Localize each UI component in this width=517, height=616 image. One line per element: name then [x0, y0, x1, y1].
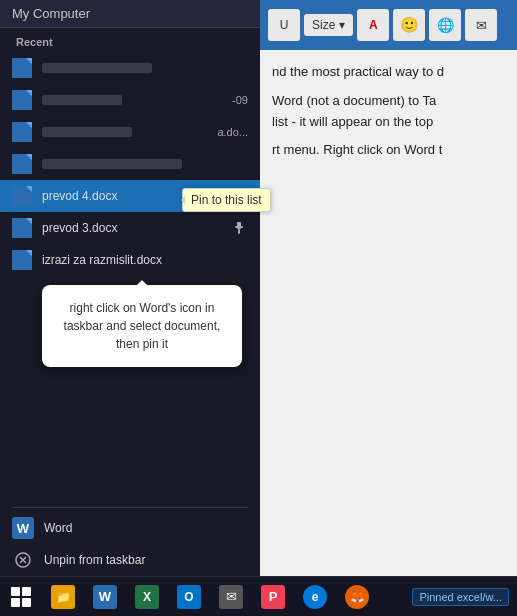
recent-section-header: Recent: [0, 28, 260, 52]
recent-item-4[interactable]: [0, 148, 260, 180]
file-icon-pinned-2: [12, 218, 32, 238]
pin-tooltip-text: Pin to this list: [191, 193, 262, 207]
blurred-text-4: [42, 159, 182, 169]
taskbar-pocket-icon: P: [261, 585, 285, 609]
taskbar-notification: Pinned excel/w...: [412, 588, 517, 606]
taskbar-edge-icon: e: [303, 585, 327, 609]
recent-item-3[interactable]: a.do...: [0, 116, 260, 148]
bottom-section: W Word Unpin from taskbar: [0, 503, 260, 576]
tooltip-balloon: right click on Word's icon in taskbar an…: [42, 285, 242, 367]
file-explorer-icon: 📁: [51, 585, 75, 609]
toolbar-email[interactable]: ✉: [465, 9, 497, 41]
pin-icon[interactable]: [230, 219, 248, 237]
taskbar-outlook-button[interactable]: O: [168, 577, 210, 617]
item-label-blurred-2: [42, 95, 222, 105]
file-icon-2: [12, 90, 32, 110]
jump-list-panel: My Computer Recent -09 a.do... prevod 4: [0, 0, 260, 576]
title-text: My Computer: [12, 6, 90, 21]
svg-rect-2: [238, 229, 240, 234]
file-icon-pinned-1: [12, 186, 32, 206]
chevron-down-icon: ▾: [339, 18, 345, 32]
doc-line-1: nd the most practical way to d: [272, 62, 505, 83]
unpin-icon: [12, 549, 34, 571]
file-icon-pinned-3: [12, 250, 32, 270]
item-suffix-2: -09: [232, 94, 248, 106]
blurred-text-3: [42, 127, 132, 137]
toolbar-link[interactable]: 🌐: [429, 9, 461, 41]
recent-item-1[interactable]: [0, 52, 260, 84]
toolbar-emoji[interactable]: 🙂: [393, 9, 425, 41]
recent-item-2[interactable]: -09: [0, 84, 260, 116]
doc-toolbar: U Size ▾ A 🙂 🌐 ✉: [260, 0, 517, 50]
taskbar-edge-button[interactable]: e: [294, 577, 336, 617]
word-app-item[interactable]: W Word: [0, 512, 260, 544]
toolbar-bold[interactable]: U: [268, 9, 300, 41]
unpin-label: Unpin from taskbar: [44, 553, 248, 567]
document-content: nd the most practical way to d Word (not…: [260, 50, 517, 173]
word-app-label: Word: [44, 521, 248, 535]
blurred-text-1: [42, 63, 152, 73]
taskbar-pocket-button[interactable]: P: [252, 577, 294, 617]
pinned-item-2[interactable]: prevod 3.docx: [0, 212, 260, 244]
pinned-label-3: izrazi za razmislit.docx: [42, 253, 248, 267]
svg-rect-1: [235, 226, 243, 228]
doc-line-4: rt menu. Right click on Word t: [272, 140, 505, 161]
pinned-notification-badge: Pinned excel/w...: [412, 588, 509, 606]
windows-icon: [11, 587, 31, 607]
size-label: Size: [312, 18, 335, 32]
taskbar-excel-button[interactable]: X: [126, 577, 168, 617]
word-app-icon: W: [12, 517, 34, 539]
divider-bottom: [12, 507, 248, 508]
pinned-label-2: prevod 3.docx: [42, 221, 220, 235]
item-label-blurred-4: [42, 159, 248, 169]
pin-to-tooltip: Pin to this list: [182, 188, 271, 212]
title-bar: My Computer: [0, 0, 260, 28]
taskbar-mail-icon: ✉: [219, 585, 243, 609]
item-label-blurred-3: [42, 127, 207, 137]
toolbar-font-color[interactable]: A: [357, 9, 389, 41]
taskbar-firefox-icon: 🦊: [345, 585, 369, 609]
item-suffix-3: a.do...: [217, 126, 248, 138]
document-area: U Size ▾ A 🙂 🌐 ✉ nd the most practical w…: [260, 0, 517, 576]
taskbar-word-button[interactable]: W: [84, 577, 126, 617]
file-explorer-button[interactable]: 📁: [42, 577, 84, 617]
unpin-item[interactable]: Unpin from taskbar: [0, 544, 260, 576]
file-icon-4: [12, 154, 32, 174]
taskbar-firefox-button[interactable]: 🦊: [336, 577, 378, 617]
taskbar-mail-button[interactable]: ✉: [210, 577, 252, 617]
balloon-text: right click on Word's icon in taskbar an…: [64, 301, 221, 351]
file-icon-1: [12, 58, 32, 78]
file-icon-3: [12, 122, 32, 142]
item-label-blurred-1: [42, 63, 248, 73]
taskbar: 📁 W X O ✉ P e 🦊 Pinned excel/w...: [0, 576, 517, 616]
doc-line-2: Word (not a document) to Ta: [272, 91, 505, 112]
start-button[interactable]: [0, 577, 42, 617]
doc-line-3: list - it will appear on the top: [272, 112, 505, 133]
taskbar-outlook-icon: O: [177, 585, 201, 609]
taskbar-word-icon: W: [93, 585, 117, 609]
pinned-item-3[interactable]: izrazi za razmislit.docx: [0, 244, 260, 276]
blurred-text-2: [42, 95, 122, 105]
toolbar-size[interactable]: Size ▾: [304, 14, 353, 36]
taskbar-excel-icon: X: [135, 585, 159, 609]
